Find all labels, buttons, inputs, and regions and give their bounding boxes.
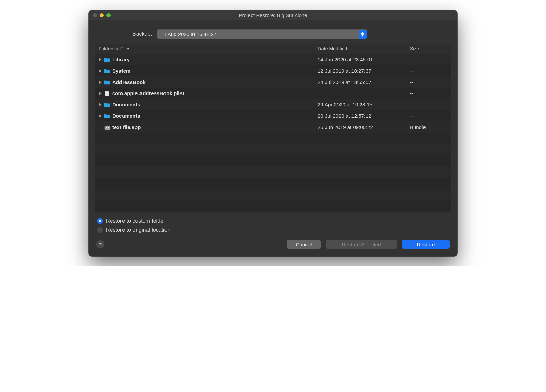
folder-icon	[104, 79, 110, 85]
close-window-button[interactable]	[93, 13, 97, 17]
cancel-button[interactable]: Cancel	[287, 240, 321, 249]
radio-dot-icon	[97, 218, 103, 224]
file-icon	[104, 91, 110, 96]
disclosure-triangle-icon[interactable]	[99, 81, 102, 84]
cell-size: --	[406, 110, 451, 121]
radio-restore-original[interactable]: Restore to original location	[97, 227, 450, 233]
cell-date: 20 Jul 2020 at 12:57:12	[314, 110, 406, 121]
folder-icon	[104, 57, 110, 62]
disclosure-triangle-icon[interactable]	[99, 103, 102, 106]
column-header-size[interactable]: Size	[406, 44, 451, 54]
titlebar: Project Restore: Big Sur clone	[89, 10, 457, 20]
table-row[interactable]: System12 Jul 2019 at 10:27:37--	[95, 65, 451, 76]
traffic-lights	[89, 13, 111, 17]
restore-button[interactable]: Restore	[402, 240, 450, 249]
cell-size: --	[406, 76, 451, 88]
footer: ? Cancel Restore Selected Restore	[95, 235, 451, 249]
table-row[interactable]: AddressBook24 Jul 2019 at 13:55:57--	[95, 76, 451, 88]
file-name: com.apple.AddressBook.plist	[112, 90, 184, 96]
table-row[interactable]: Documents20 Jul 2020 at 12:57:12--	[95, 110, 451, 121]
radio-dot-icon	[97, 227, 103, 233]
disclosure-triangle-icon[interactable]	[99, 114, 102, 118]
folder-icon	[104, 68, 110, 74]
file-name: Library	[112, 57, 130, 62]
cell-size: Bundle	[406, 121, 451, 133]
table-row-empty	[95, 133, 451, 144]
cell-size: --	[406, 65, 451, 76]
cell-name: Library	[95, 54, 314, 65]
cell-name: com.apple.AddressBook.plist	[95, 88, 314, 99]
cell-size: --	[406, 88, 451, 99]
table-row[interactable]: 🤖text file.app25 Jun 2019 at 09:00:22Bun…	[95, 121, 451, 133]
window-title: Project Restore: Big Sur clone	[89, 12, 457, 18]
table-row-empty	[95, 155, 451, 166]
restore-selected-button[interactable]: Restore Selected	[326, 240, 397, 249]
cell-date: 14 Jun 2020 at 23:45:01	[314, 54, 406, 65]
table-body: Library14 Jun 2020 at 23:45:01--System12…	[95, 54, 451, 212]
disclosure-triangle-icon[interactable]	[99, 69, 102, 73]
file-name: text file.app	[112, 124, 141, 130]
cell-name: Documents	[95, 110, 314, 121]
cell-name: 🤖text file.app	[95, 121, 314, 133]
table-row[interactable]: Library14 Jun 2020 at 23:45:01--	[95, 54, 451, 65]
file-name: Documents	[112, 113, 140, 119]
cell-name: System	[95, 65, 314, 76]
restore-window: Project Restore: Big Sur clone Backup: 1…	[89, 10, 457, 256]
file-table: Folders & Files Date Modified Size Libra…	[95, 44, 451, 212]
folder-icon	[104, 102, 110, 107]
column-header-name[interactable]: Folders & Files	[95, 44, 314, 54]
file-name: Documents	[112, 102, 140, 107]
cell-size: --	[406, 99, 451, 110]
cell-size: --	[406, 54, 451, 65]
help-button[interactable]: ?	[96, 240, 104, 248]
cell-name: AddressBook	[95, 76, 314, 88]
cell-name: Documents	[95, 99, 314, 110]
cell-date: 29 Apr 2020 at 10:28:15	[314, 99, 406, 110]
backup-dropdown[interactable]: 11 Aug 2020 at 16:41:27	[157, 29, 367, 39]
cell-date	[314, 88, 406, 99]
maximize-window-button[interactable]	[106, 13, 111, 17]
disclosure-triangle-icon[interactable]	[99, 92, 102, 95]
table-row-empty	[95, 166, 451, 178]
table-header: Folders & Files Date Modified Size	[95, 44, 451, 54]
minimize-window-button[interactable]	[100, 13, 104, 17]
column-header-date[interactable]: Date Modified	[314, 44, 406, 54]
radio-label: Restore to original location	[106, 227, 170, 233]
restore-options: Restore to custom folder Restore to orig…	[95, 212, 451, 235]
backup-selector-row: Backup: 11 Aug 2020 at 16:41:27	[95, 27, 451, 44]
table-row[interactable]: com.apple.AddressBook.plist--	[95, 88, 451, 99]
radio-label: Restore to custom folder	[106, 218, 165, 224]
table-row[interactable]: Documents29 Apr 2020 at 10:28:15--	[95, 99, 451, 110]
backup-dropdown-value: 11 Aug 2020 at 16:41:27	[161, 31, 216, 37]
cell-date: 24 Jul 2019 at 13:55:57	[314, 76, 406, 88]
cell-date: 12 Jul 2019 at 10:27:37	[314, 65, 406, 76]
disclosure-triangle-icon[interactable]	[99, 58, 102, 61]
window-content: Backup: 11 Aug 2020 at 16:41:27 Folders …	[89, 20, 457, 256]
file-name: AddressBook	[112, 79, 146, 85]
dropdown-stepper-icon	[359, 30, 367, 39]
table-row-empty	[95, 144, 451, 155]
folder-icon	[104, 113, 110, 119]
cell-date: 25 Jun 2019 at 09:00:22	[314, 121, 406, 133]
table-row-empty	[95, 178, 451, 189]
backup-label: Backup:	[132, 31, 152, 37]
table-row-empty	[95, 200, 451, 212]
file-name: System	[112, 68, 130, 74]
app-icon: 🤖	[104, 125, 110, 130]
table-row-empty	[95, 189, 451, 200]
radio-restore-custom[interactable]: Restore to custom folder	[97, 218, 450, 224]
